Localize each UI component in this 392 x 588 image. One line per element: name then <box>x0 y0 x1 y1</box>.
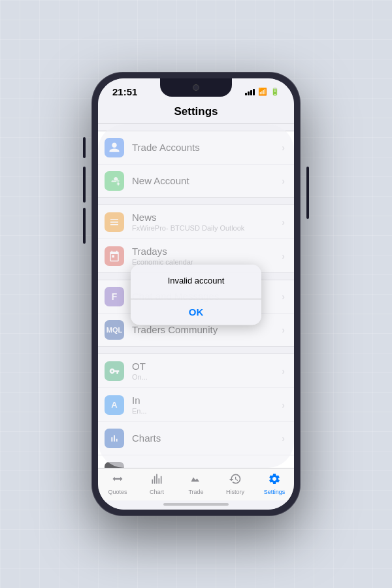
status-icons: 📶 🔋 <box>245 88 280 96</box>
alert-dialog: Invalid account OK <box>131 265 261 325</box>
screen-content: 21:51 📶 🔋 Settings <box>98 78 294 510</box>
home-bar <box>163 503 229 506</box>
home-indicator <box>98 500 294 510</box>
alert-ok-button[interactable]: OK <box>131 299 261 325</box>
trade-label: Trade <box>188 489 203 495</box>
alert-content: Invalid account <box>131 265 261 292</box>
tab-settings[interactable]: Settings <box>255 472 294 495</box>
tab-trade[interactable]: Trade <box>176 472 216 495</box>
mute-button[interactable] <box>83 137 86 158</box>
tab-bar: Quotes Chart Trade <box>98 468 294 500</box>
battery-icon: 🔋 <box>270 88 280 96</box>
settings-tab-icon <box>268 472 281 487</box>
quotes-label: Quotes <box>108 489 127 495</box>
front-camera <box>193 84 199 91</box>
history-icon <box>229 472 242 487</box>
chevron-icon: › <box>282 466 285 468</box>
status-bar: 21:51 📶 🔋 <box>98 78 294 101</box>
settings-list: Trade Accounts › New Account › <box>98 124 294 468</box>
alert-message: Invalid account <box>140 275 252 287</box>
chart-label: Chart <box>150 489 164 495</box>
history-label: History <box>226 489 244 495</box>
quotes-icon <box>111 472 124 487</box>
notch <box>160 78 232 97</box>
status-time: 21:51 <box>112 86 137 97</box>
tab-chart[interactable]: Chart <box>137 472 176 495</box>
nav-header: Settings <box>98 101 294 124</box>
wifi-icon: 📶 <box>258 88 267 96</box>
signal-icon <box>245 89 255 95</box>
volume-up-button[interactable] <box>83 167 86 203</box>
power-button[interactable] <box>306 167 309 219</box>
page-title: Settings <box>174 105 218 118</box>
phone-screen: 21:51 📶 🔋 Settings <box>98 78 294 510</box>
phone-frame: 21:51 📶 🔋 Settings <box>91 72 301 516</box>
tab-quotes[interactable]: Quotes <box>98 472 137 495</box>
volume-down-button[interactable] <box>83 208 86 244</box>
settings-tab-label: Settings <box>264 489 286 495</box>
tab-history[interactable]: History <box>216 472 255 495</box>
chart-icon <box>150 472 163 487</box>
trade-icon <box>189 472 203 487</box>
